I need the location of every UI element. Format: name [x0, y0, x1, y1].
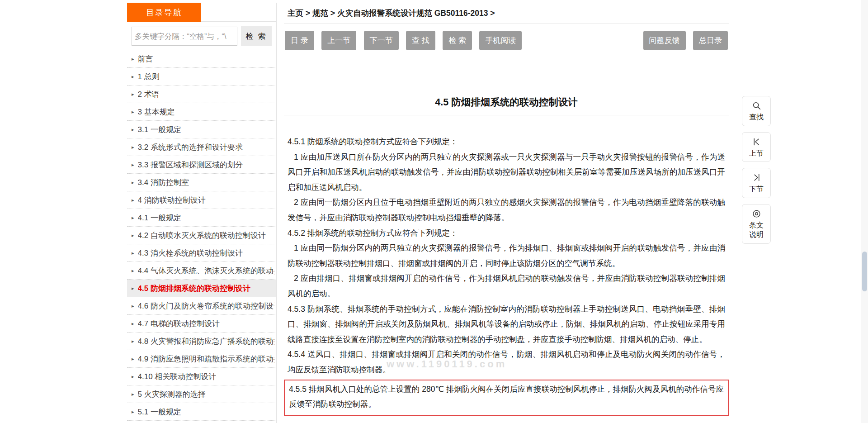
caret-icon: ▸ — [132, 180, 134, 185]
toc-item-4-7[interactable]: ▸4.7 电梯的联动控制设计 — [127, 315, 276, 333]
find-tool-button[interactable]: 查找 — [742, 96, 771, 126]
clause-explanation-tool-button[interactable]: 条文说明 — [742, 204, 771, 244]
mobile-read-button[interactable]: 手机阅读 — [479, 31, 522, 50]
toc-item-4-1[interactable]: ▸4.1 一般规定 — [127, 209, 276, 227]
next-section-button[interactable]: 下一节 — [364, 31, 399, 50]
clause-4-5-4: 4.5.4 送风口、排烟口、排烟窗或排烟阀开启和关闭的动作信号，防烟、排烟风机启… — [288, 347, 725, 377]
scrollbar-track[interactable] — [861, 0, 868, 423]
clause-explanation-tool-label: 条文说明 — [747, 220, 765, 240]
prev-section-button[interactable]: 上一节 — [321, 31, 356, 50]
toc-item-4-5-active[interactable]: ▸4.5 防烟排烟系统的联动控制设计 — [127, 280, 276, 297]
search-icon — [752, 101, 761, 110]
toc-item-label: 4.2 自动喷水灭火系统的联动控制设计 — [138, 230, 266, 241]
toolbar-right-group: 问题反馈 总目录 — [638, 31, 728, 50]
caret-icon: ▸ — [132, 215, 134, 221]
toc-item-label: 4.8 火灾警报和消防应急广播系统的联动控制设计 — [138, 336, 274, 347]
toc-item-4-8[interactable]: ▸4.8 火灾警报和消防应急广播系统的联动控制设计 — [127, 333, 276, 350]
caret-icon: ▸ — [132, 409, 134, 415]
next-section-tool-label: 下节 — [747, 184, 765, 194]
scrollbar-thumb[interactable] — [862, 252, 867, 291]
toc-item-3-4[interactable]: ▸3.4 消防控制室 — [127, 174, 276, 191]
caret-icon: ▸ — [132, 233, 134, 238]
prev-section-tool-button[interactable]: 上节 — [742, 132, 771, 162]
toc-item-label: 3.2 系统形式的选择和设计要求 — [138, 142, 243, 152]
caret-icon: ▸ — [132, 356, 134, 362]
next-section-tool-button[interactable]: 下节 — [742, 168, 771, 198]
toc-item-3-3[interactable]: ▸3.3 报警区域和探测区域的划分 — [127, 156, 276, 174]
clause-4-5-2-item-1: 1 应由同一防烟分区内的两只独立的火灾探测器的报警信号，作为排烟口、排烟窗或排烟… — [288, 241, 725, 271]
toc-item-label: 3.1 一般规定 — [138, 124, 181, 135]
toc-item-label: 3 基本规定 — [138, 107, 175, 117]
toc-item-label: 4.1 一般规定 — [138, 213, 181, 223]
toc-item-label: 4.6 防火门及防火卷帘系统的联动控制设计 — [138, 301, 274, 311]
toc-item-label: 4 消防联动控制设计 — [138, 195, 206, 205]
skip-prev-icon — [752, 137, 761, 147]
toc-item-2[interactable]: ▸2 术语 — [127, 86, 276, 103]
find-button[interactable]: 查 找 — [406, 31, 435, 50]
document-body: 4.5.1 防烟系统的联动控制方式应符合下列规定： 1 应由加压送风口所在防火分… — [284, 115, 729, 416]
clause-4-5-2-item-2: 2 应由排烟口、排烟窗或排烟阀开启的动作信号，作为排烟风机启动的联动触发信号，并… — [288, 271, 725, 301]
caret-icon: ▸ — [132, 338, 134, 344]
caret-icon: ▸ — [132, 268, 134, 274]
toc-item-4-2[interactable]: ▸4.2 自动喷水灭火系统的联动控制设计 — [127, 227, 276, 244]
toc-item-label: 5 火灾探测器的选择 — [138, 389, 206, 399]
prev-section-tool-label: 上节 — [747, 148, 765, 158]
toc-search-input[interactable] — [132, 27, 237, 46]
toc-item-4-10[interactable]: ▸4.10 相关联动控制设计 — [127, 368, 276, 385]
toc-header-tab: 目录导航 — [127, 3, 201, 22]
toc-item-4-6[interactable]: ▸4.6 防火门及防火卷帘系统的联动控制设计 — [127, 297, 276, 315]
clause-4-5-2: 4.5.2 排烟系统的联动控制方式应符合下列规定： — [288, 226, 725, 241]
toc-item-4-4[interactable]: ▸4.4 气体灭火系统、泡沫灭火系统的联动控制设计 — [127, 262, 276, 280]
clause-4-5-1: 4.5.1 防烟系统的联动控制方式应符合下列规定： — [288, 134, 725, 150]
toc-item-label: 5.1 一般规定 — [138, 407, 181, 417]
toc-item-label: 4.4 气体灭火系统、泡沫灭火系统的联动控制设计 — [138, 266, 274, 276]
section-title: 4.5 防烟排烟系统的联动控制设计 — [284, 95, 729, 109]
toc-search-button[interactable]: 检 索 — [241, 26, 272, 46]
toc-sidebar: 目录导航 检 索 ▸前言 ▸1 总则 ▸2 术语 ▸3 基本规定 ▸3.1 一般… — [127, 3, 277, 423]
retrieve-button[interactable]: 检 索 — [443, 31, 472, 50]
caret-icon: ▸ — [132, 197, 134, 203]
caret-icon: ▸ — [132, 56, 134, 62]
contents-button[interactable]: 目 录 — [285, 31, 314, 50]
eye-icon — [752, 209, 761, 219]
toc-item-label: 2 术语 — [138, 89, 160, 100]
clause-4-5-1-item-2: 2 应由同一防烟分区内且位于电动挡烟垂壁附近的两只独立的感烟火灾探测器的报警信号… — [288, 195, 725, 225]
toc-item-1[interactable]: ▸1 总则 — [127, 68, 276, 86]
toc-item-label: 1 总则 — [138, 71, 160, 82]
toc-item-3-1[interactable]: ▸3.1 一般规定 — [127, 121, 276, 138]
toc-item-3[interactable]: ▸3 基本规定 — [127, 103, 276, 121]
highlighted-clause-box: 4.5.5 排烟风机入口处的总管上设置的 280℃ 排烟防火阀在关闭后应直接联动… — [284, 380, 729, 416]
toc-list: ▸前言 ▸1 总则 ▸2 术语 ▸3 基本规定 ▸3.1 一般规定 ▸3.2 系… — [127, 50, 276, 421]
toc-item-5[interactable]: ▸5 火灾探测器的选择 — [127, 385, 276, 403]
master-toc-button[interactable]: 总目录 — [693, 31, 728, 50]
toc-item-label: 前言 — [138, 54, 153, 64]
caret-icon: ▸ — [132, 144, 134, 150]
toc-item-4-3[interactable]: ▸4.3 消火栓系统的联动控制设计 — [127, 244, 276, 262]
clause-4-5-1-item-1: 1 应由加压送风口所在防火分区内的两只独立的火灾探测器或一只火灾探测器与一只手动… — [288, 150, 725, 195]
toolbar-left-group: 目 录 上一节 下一节 查 找 检 索 手机阅读 — [285, 31, 527, 50]
toc-item-label: 4.10 相关联动控制设计 — [138, 371, 217, 382]
toc-item-label: 3.4 消防控制室 — [138, 177, 189, 188]
skip-next-icon — [752, 173, 761, 182]
breadcrumb[interactable]: 主页 > 规范 > 火灾自动报警系统设计规范 GB50116-2013 > — [284, 3, 729, 24]
toc-item-label: 4.9 消防应急照明和疏散指示系统的联动控制设计 — [138, 354, 274, 364]
caret-icon: ▸ — [132, 321, 134, 327]
page: 目录导航 检 索 ▸前言 ▸1 总则 ▸2 术语 ▸3 基本规定 ▸3.1 一般… — [0, 0, 868, 423]
find-tool-label: 查找 — [747, 112, 765, 122]
toc-item-4-9[interactable]: ▸4.9 消防应急照明和疏散指示系统的联动控制设计 — [127, 350, 276, 368]
caret-icon: ▸ — [132, 285, 134, 291]
caret-icon: ▸ — [132, 74, 134, 80]
toc-item-label: 4.3 消火栓系统的联动控制设计 — [138, 248, 243, 258]
caret-icon: ▸ — [132, 303, 134, 309]
toc-item-preface[interactable]: ▸前言 — [127, 50, 276, 68]
caret-icon: ▸ — [132, 91, 134, 97]
toc-item-label: 4.5 防烟排烟系统的联动控制设计 — [138, 283, 250, 294]
feedback-button[interactable]: 问题反馈 — [643, 31, 686, 50]
caret-icon: ▸ — [132, 250, 134, 256]
toc-item-5-1[interactable]: ▸5.1 一般规定 — [127, 403, 276, 421]
clause-4-5-5: 4.5.5 排烟风机入口处的总管上设置的 280℃ 排烟防火阀在关闭后应直接联动… — [289, 382, 724, 412]
toc-item-label: 4.7 电梯的联动控制设计 — [138, 318, 220, 329]
toc-item-label: 3.3 报警区域和探测区域的划分 — [138, 160, 243, 170]
toc-item-4[interactable]: ▸4 消防联动控制设计 — [127, 191, 276, 209]
toc-item-3-2[interactable]: ▸3.2 系统形式的选择和设计要求 — [127, 138, 276, 156]
